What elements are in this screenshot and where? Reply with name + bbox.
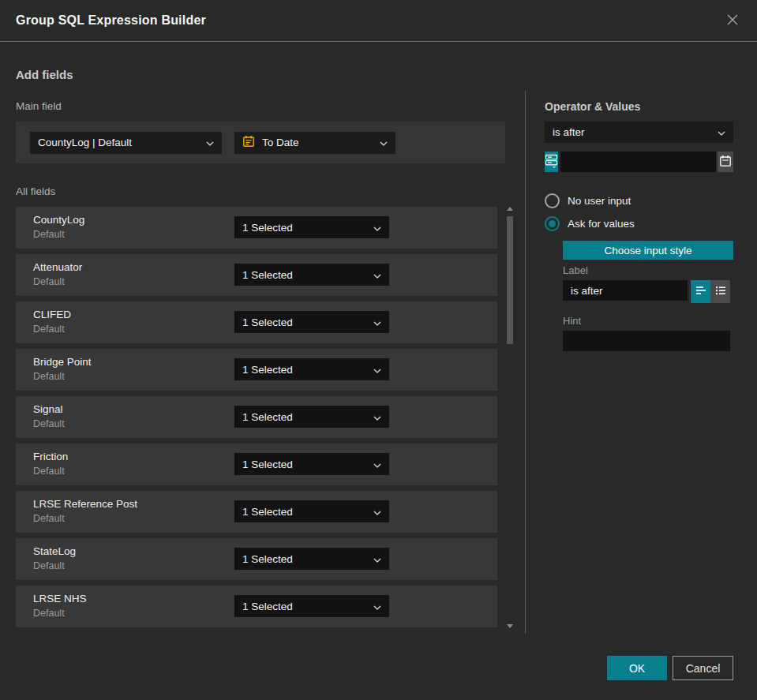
field-row: CountyLog Default 1 Selected bbox=[16, 207, 497, 249]
field-row: Attenuator Default 1 Selected bbox=[16, 254, 497, 296]
field-row-selected-dropdown[interactable]: 1 Selected bbox=[234, 500, 389, 522]
all-fields-list: CountyLog Default 1 Selected Attenuator … bbox=[16, 207, 497, 627]
chevron-down-icon bbox=[373, 601, 381, 612]
radio-no-user-input[interactable]: No user input bbox=[545, 193, 631, 208]
group-sql-expression-builder-dialog: Group SQL Expression Builder Add fields … bbox=[0, 0, 757, 700]
field-row-selected-value: 1 Selected bbox=[242, 553, 293, 565]
add-fields-heading: Add fields bbox=[16, 68, 73, 81]
field-row-selected-value: 1 Selected bbox=[242, 459, 293, 470]
field-row-selected-value: 1 Selected bbox=[242, 222, 293, 234]
field-row-selected-value: 1 Selected bbox=[242, 411, 293, 423]
field-row-selected-value: 1 Selected bbox=[242, 601, 293, 612]
close-button[interactable] bbox=[724, 12, 741, 29]
all-fields-label: All fields bbox=[16, 185, 55, 197]
main-field-select[interactable]: CountyLog | Default bbox=[30, 132, 222, 154]
label-style-toggle bbox=[691, 280, 730, 303]
chevron-down-icon bbox=[373, 269, 381, 281]
chevron-down-icon bbox=[373, 411, 381, 423]
hint-input[interactable] bbox=[563, 331, 730, 351]
chevron-down-icon bbox=[718, 126, 725, 138]
field-row-selected-dropdown[interactable]: 1 Selected bbox=[234, 595, 389, 617]
chevron-down-icon bbox=[373, 553, 381, 565]
field-row-selected-dropdown[interactable]: 1 Selected bbox=[234, 548, 389, 570]
chevron-down-icon bbox=[373, 364, 381, 376]
dialog-header: Group SQL Expression Builder bbox=[0, 0, 757, 42]
value-entry-row bbox=[545, 152, 733, 172]
main-field-box: CountyLog | Default To Date bbox=[16, 122, 505, 163]
chevron-down-icon bbox=[373, 222, 381, 234]
chevron-down-icon bbox=[373, 506, 381, 518]
radio-icon bbox=[545, 193, 560, 208]
chevron-down-icon bbox=[380, 137, 388, 148]
radio-label: No user input bbox=[568, 195, 631, 207]
operator-values-heading: Operator & Values bbox=[545, 100, 640, 113]
field-row-selected-value: 1 Selected bbox=[242, 364, 293, 376]
chevron-down-icon bbox=[373, 459, 381, 470]
operator-select[interactable]: is after bbox=[545, 122, 733, 143]
values-list-icon bbox=[545, 154, 558, 170]
scrollbar-down-arrow[interactable] bbox=[506, 623, 514, 629]
calendar-icon bbox=[719, 155, 732, 170]
field-row: CLIFED Default 1 Selected bbox=[16, 301, 497, 343]
radio-ask-for-values[interactable]: Ask for values bbox=[545, 216, 635, 231]
field-row: StateLog Default 1 Selected bbox=[16, 538, 497, 580]
dialog-title: Group SQL Expression Builder bbox=[16, 13, 206, 28]
field-row: LRSE Reference Post Default 1 Selected bbox=[16, 491, 497, 533]
date-picker-button[interactable] bbox=[718, 152, 733, 172]
chevron-down-icon bbox=[206, 137, 214, 148]
field-type-select-value: To Date bbox=[262, 137, 299, 148]
hint-field-label: Hint bbox=[563, 315, 581, 327]
scrollbar-up-arrow[interactable] bbox=[506, 205, 514, 211]
main-field-select-value: CountyLog | Default bbox=[38, 137, 132, 148]
operator-select-value: is after bbox=[553, 126, 585, 138]
field-row: Friction Default 1 Selected bbox=[16, 444, 497, 485]
field-row-selected-value: 1 Selected bbox=[242, 316, 293, 328]
field-type-select[interactable]: To Date bbox=[234, 132, 395, 154]
choose-input-style-button[interactable]: Choose input style bbox=[563, 241, 733, 260]
field-row: LRSE NHS Default 1 Selected bbox=[16, 586, 497, 627]
field-row: Bridge Point Default 1 Selected bbox=[16, 349, 497, 391]
radio-icon bbox=[545, 216, 560, 231]
main-field-label: Main field bbox=[16, 100, 62, 112]
field-row: Signal Default 1 Selected bbox=[16, 396, 497, 438]
scrollbar-thumb[interactable] bbox=[507, 216, 513, 344]
calendar-icon bbox=[242, 135, 255, 150]
ok-button[interactable]: OK bbox=[607, 656, 667, 680]
field-row-selected-dropdown[interactable]: 1 Selected bbox=[234, 264, 389, 286]
list-style-button[interactable] bbox=[710, 280, 730, 303]
value-input[interactable] bbox=[560, 152, 716, 172]
field-row-selected-dropdown[interactable]: 1 Selected bbox=[234, 453, 389, 475]
label-input[interactable] bbox=[563, 280, 688, 301]
field-row-selected-value: 1 Selected bbox=[242, 506, 293, 518]
align-left-icon bbox=[695, 285, 707, 298]
field-row-selected-dropdown[interactable]: 1 Selected bbox=[234, 311, 389, 333]
bullet-list-icon bbox=[714, 285, 727, 298]
panel-divider bbox=[525, 91, 526, 634]
field-row-selected-dropdown[interactable]: 1 Selected bbox=[234, 406, 389, 428]
chevron-down-icon bbox=[373, 316, 381, 328]
close-icon bbox=[725, 13, 740, 29]
cancel-button[interactable]: Cancel bbox=[673, 656, 733, 680]
single-line-style-button[interactable] bbox=[691, 280, 710, 303]
values-list-button[interactable] bbox=[545, 152, 558, 172]
field-row-selected-dropdown[interactable]: 1 Selected bbox=[234, 216, 389, 238]
label-field-label: Label bbox=[563, 264, 588, 276]
field-row-selected-dropdown[interactable]: 1 Selected bbox=[234, 358, 389, 380]
radio-label: Ask for values bbox=[568, 218, 635, 230]
field-row-selected-value: 1 Selected bbox=[242, 269, 293, 281]
